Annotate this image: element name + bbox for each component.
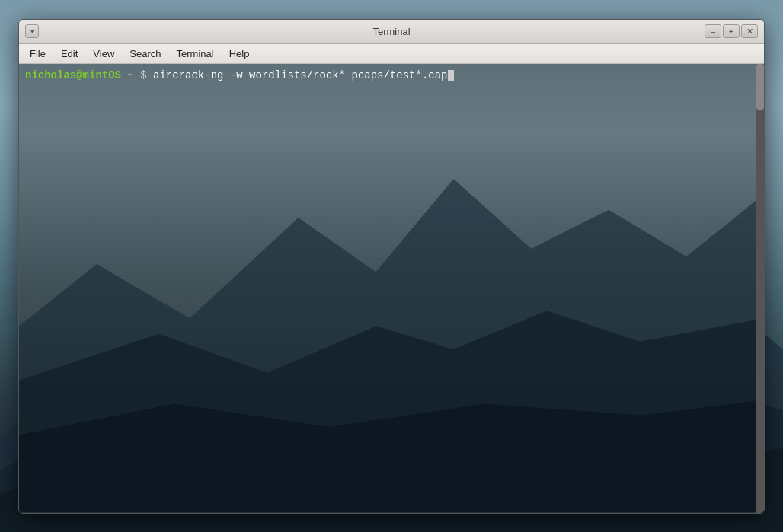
- terminal-body[interactable]: nicholas@mintOS ~ $ aircrack-ng -w wordl…: [19, 64, 764, 513]
- menubar: File Edit View Search Terminal Help: [19, 44, 764, 64]
- window-menu-button[interactable]: ▾: [25, 24, 39, 38]
- window-action-buttons: – + ✕: [705, 24, 758, 38]
- prompt-separator: ~: [121, 68, 140, 84]
- close-icon: ✕: [746, 27, 753, 37]
- menu-terminal[interactable]: Terminal: [169, 46, 222, 61]
- terminal-cursor: [448, 70, 454, 81]
- prompt-dollar: $: [140, 68, 153, 84]
- window-title: Terminal: [372, 26, 410, 37]
- maximize-button[interactable]: +: [723, 24, 740, 38]
- scrollbar[interactable]: [756, 64, 764, 513]
- menu-view[interactable]: View: [85, 46, 122, 61]
- menu-help[interactable]: Help: [222, 46, 257, 61]
- maximize-icon: +: [729, 27, 733, 36]
- terminal-command: aircrack-ng -w wordlists/rock* pcaps/tes…: [153, 68, 447, 84]
- dropdown-arrow-icon: ▾: [30, 27, 34, 35]
- titlebar-controls: ▾: [25, 24, 39, 38]
- terminal-window: ▾ Terminal – + ✕ File Edit View Search T…: [18, 19, 765, 514]
- scrollbar-thumb[interactable]: [756, 64, 764, 110]
- minimize-icon: –: [711, 27, 715, 36]
- close-button[interactable]: ✕: [741, 24, 758, 38]
- terminal-background: [19, 64, 764, 513]
- prompt-username: nicholas@mintOS: [25, 68, 121, 84]
- menu-file[interactable]: File: [22, 46, 53, 61]
- menu-edit[interactable]: Edit: [53, 46, 85, 61]
- titlebar: ▾ Terminal – + ✕: [19, 20, 764, 44]
- terminal-content: nicholas@mintOS ~ $ aircrack-ng -w wordl…: [25, 68, 758, 84]
- minimize-button[interactable]: –: [705, 24, 721, 38]
- menu-search[interactable]: Search: [122, 46, 168, 61]
- command-line: nicholas@mintOS ~ $ aircrack-ng -w wordl…: [25, 68, 758, 84]
